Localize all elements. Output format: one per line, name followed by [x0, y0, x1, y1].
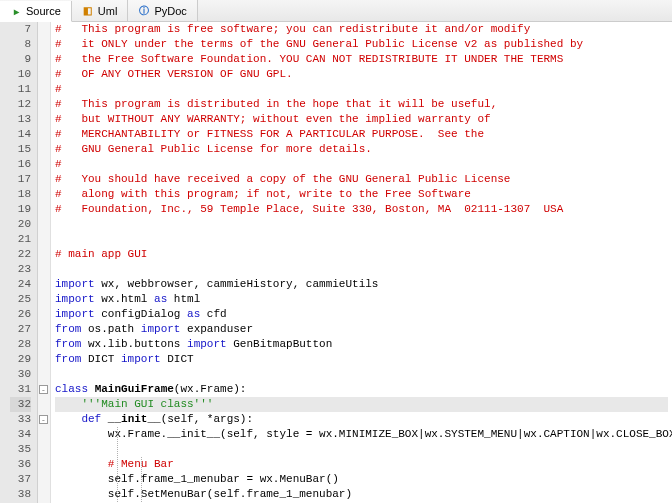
- line-number: 32: [10, 397, 31, 412]
- code-line[interactable]: from wx.lib.buttons import GenBitmapButt…: [55, 337, 668, 352]
- code-line[interactable]: self.frame_1_menubar = wx.MenuBar(): [55, 472, 668, 487]
- line-number-gutter: 7891011121314151617181920212223242526272…: [0, 22, 38, 503]
- code-line[interactable]: # along with this program; if not, write…: [55, 187, 668, 202]
- code-line[interactable]: # This program is free software; you can…: [55, 22, 668, 37]
- line-number: 10: [10, 67, 31, 82]
- line-number: 15: [10, 142, 31, 157]
- line-number: 22: [10, 247, 31, 262]
- code-line[interactable]: '''Main GUI class''': [55, 397, 668, 412]
- indent-guide: [141, 457, 142, 502]
- uml-icon: ◧: [82, 5, 94, 17]
- line-number: 8: [10, 37, 31, 52]
- line-number: 12: [10, 97, 31, 112]
- code-line[interactable]: # but WITHOUT ANY WARRANTY; without even…: [55, 112, 668, 127]
- line-number: 9: [10, 52, 31, 67]
- line-number: 18: [10, 187, 31, 202]
- code-line[interactable]: # You should have received a copy of the…: [55, 172, 668, 187]
- line-number: 27: [10, 322, 31, 337]
- code-line[interactable]: import wx, webbrowser, cammieHistory, ca…: [55, 277, 668, 292]
- fold-gutter: --: [38, 22, 51, 503]
- line-number: 13: [10, 112, 31, 127]
- tab-source[interactable]: ▸ Source: [0, 1, 72, 22]
- line-number: 11: [10, 82, 31, 97]
- code-line[interactable]: [55, 442, 668, 457]
- code-line[interactable]: # Foundation, Inc., 59 Temple Place, Sui…: [55, 202, 668, 217]
- line-number: 7: [10, 22, 31, 37]
- line-number: 33: [10, 412, 31, 427]
- code-line[interactable]: [55, 367, 668, 382]
- line-number: 36: [10, 457, 31, 472]
- tab-bar: ▸ Source ◧ Uml ⓘ PyDoc: [0, 0, 672, 22]
- line-number: 35: [10, 442, 31, 457]
- line-number: 21: [10, 232, 31, 247]
- line-number: 34: [10, 427, 31, 442]
- line-number: 24: [10, 277, 31, 292]
- code-line[interactable]: #: [55, 82, 668, 97]
- line-number: 31: [10, 382, 31, 397]
- code-line[interactable]: # it ONLY under the terms of the GNU Gen…: [55, 37, 668, 52]
- code-line[interactable]: # MERCHANTABILITY or FITNESS FOR A PARTI…: [55, 127, 668, 142]
- fold-toggle[interactable]: -: [39, 415, 48, 424]
- code-line[interactable]: # main app GUI: [55, 247, 668, 262]
- tab-label: Uml: [98, 5, 118, 17]
- code-line[interactable]: # the Free Software Foundation. YOU CAN …: [55, 52, 668, 67]
- tab-label: PyDoc: [154, 5, 186, 17]
- code-line[interactable]: # GNU General Public License for more de…: [55, 142, 668, 157]
- line-number: 23: [10, 262, 31, 277]
- code-line[interactable]: #: [55, 157, 668, 172]
- line-number: 20: [10, 217, 31, 232]
- line-number: 37: [10, 472, 31, 487]
- source-icon: ▸: [10, 5, 22, 17]
- code-editor[interactable]: 7891011121314151617181920212223242526272…: [0, 22, 672, 503]
- code-line[interactable]: from os.path import expanduser: [55, 322, 668, 337]
- line-number: 26: [10, 307, 31, 322]
- code-line[interactable]: [55, 232, 668, 247]
- code-line[interactable]: # OF ANY OTHER VERSION OF GNU GPL.: [55, 67, 668, 82]
- code-line[interactable]: [55, 262, 668, 277]
- code-line[interactable]: def __init__(self, *args):: [55, 412, 668, 427]
- tab-label: Source: [26, 5, 61, 17]
- indent-guide: [117, 427, 118, 502]
- line-number: 30: [10, 367, 31, 382]
- line-number: 38: [10, 487, 31, 502]
- code-line[interactable]: # This program is distributed in the hop…: [55, 97, 668, 112]
- tab-uml[interactable]: ◧ Uml: [72, 0, 129, 21]
- line-number: 28: [10, 337, 31, 352]
- line-number: 14: [10, 127, 31, 142]
- code-line[interactable]: from DICT import DICT: [55, 352, 668, 367]
- code-line[interactable]: [55, 217, 668, 232]
- code-line[interactable]: import configDialog as cfd: [55, 307, 668, 322]
- line-number: 25: [10, 292, 31, 307]
- code-line[interactable]: self.SetMenuBar(self.frame_1_menubar): [55, 487, 668, 502]
- line-number: 19: [10, 202, 31, 217]
- pydoc-icon: ⓘ: [138, 5, 150, 17]
- code-line[interactable]: # Menu Bar: [55, 457, 668, 472]
- code-line[interactable]: class MainGuiFrame(wx.Frame):: [55, 382, 668, 397]
- code-area[interactable]: # This program is free software; you can…: [51, 22, 672, 503]
- line-number: 29: [10, 352, 31, 367]
- fold-toggle[interactable]: -: [39, 385, 48, 394]
- tab-pydoc[interactable]: ⓘ PyDoc: [128, 0, 197, 21]
- code-line[interactable]: wx.Frame.__init__(self, style = wx.MINIM…: [55, 427, 668, 442]
- code-line[interactable]: import wx.html as html: [55, 292, 668, 307]
- line-number: 16: [10, 157, 31, 172]
- line-number: 17: [10, 172, 31, 187]
